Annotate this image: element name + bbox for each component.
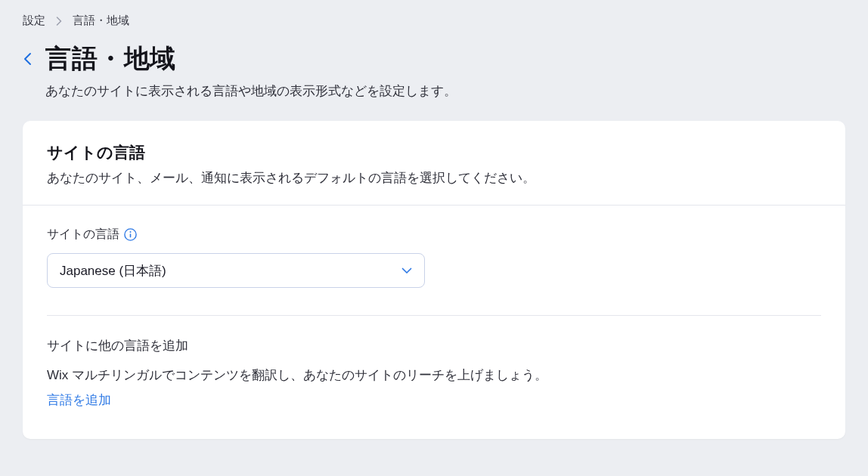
card-header: サイトの言語 あなたのサイト、メール、通知に表示されるデフォルトの言語を選択して…	[23, 121, 845, 206]
add-language-link[interactable]: 言語を追加	[47, 391, 111, 409]
breadcrumb: 設定 言語・地域	[0, 0, 868, 32]
svg-rect-2	[130, 233, 132, 237]
chevron-right-icon	[56, 17, 62, 26]
site-language-select[interactable]: Japanese (日本語)	[47, 253, 425, 288]
svg-point-1	[130, 231, 132, 233]
info-icon[interactable]	[124, 228, 137, 241]
card-title: サイトの言語	[47, 142, 821, 163]
language-card: サイトの言語 あなたのサイト、メール、通知に表示されるデフォルトの言語を選択して…	[23, 121, 845, 439]
card-subtitle: あなたのサイト、メール、通知に表示されるデフォルトの言語を選択してください。	[47, 169, 821, 187]
page-description: あなたのサイトに表示される言語や地域の表示形式などを設定します。	[45, 82, 457, 100]
select-value: Japanese (日本語)	[60, 262, 166, 280]
card-body: サイトの言語 Japanese (日本語) サイトに他の言語を追加 Wix マル…	[23, 206, 845, 439]
multilingual-section: サイトに他の言語を追加 Wix マルチリンガルでコンテンツを翻訳し、あなたのサイ…	[47, 316, 821, 433]
field-label-row: サイトの言語	[47, 227, 821, 243]
page-header: 言語・地域 あなたのサイトに表示される言語や地域の表示形式などを設定します。	[0, 32, 868, 100]
page-title: 言語・地域	[45, 42, 457, 76]
site-language-label: サイトの言語	[47, 227, 119, 243]
breadcrumb-current: 言語・地域	[73, 14, 129, 28]
multilingual-description: Wix マルチリンガルでコンテンツを翻訳し、あなたのサイトのリーチを上げましょう…	[47, 366, 821, 384]
multilingual-title: サイトに他の言語を追加	[47, 337, 821, 354]
breadcrumb-root[interactable]: 設定	[23, 14, 45, 28]
back-button[interactable]	[23, 42, 32, 66]
chevron-down-icon	[401, 267, 412, 274]
